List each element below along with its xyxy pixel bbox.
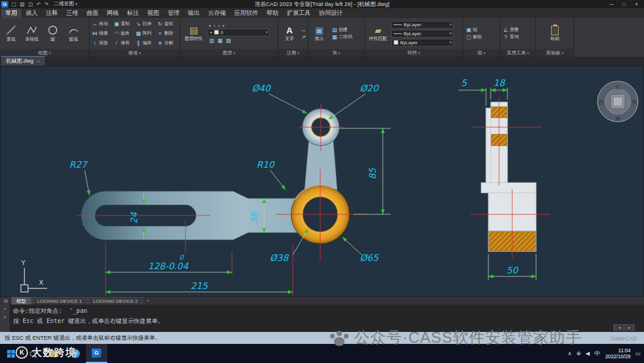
taskbar-file-explorer-button[interactable] [43,344,64,363]
tab-3d[interactable]: 三维 [62,8,82,18]
modify-copy-button[interactable]: ▣复制 [113,19,135,29]
dimension-icon[interactable]: ↔ [301,27,306,33]
modify-fillet-button[interactable]: ◠圆角 [113,29,135,38]
offset-icon: ∥ [135,40,141,46]
circle-button[interactable]: 圆 [43,19,63,48]
document-tab-close-icon[interactable]: × [37,59,40,64]
clipboard-panel-label[interactable]: 剪贴板 [536,49,574,57]
lineweight-control-dropdown[interactable]: ByLayer [391,39,453,47]
workspace-switcher[interactable]: 二维草图 [51,1,79,8]
command-scrollbar[interactable]: ◂▸ [614,324,634,331]
layout-add-tab-button[interactable]: + [144,297,153,304]
tray-volume-icon[interactable]: ◀ [586,350,590,356]
command-tools-icon[interactable]: ≡ [4,315,7,320]
taskbar-cad-app-button[interactable]: G [86,344,107,363]
modify-offset-button[interactable]: ∥偏移 [134,38,156,48]
modify-mirror-button[interactable]: ⋈镜像 [91,29,113,38]
arc-button[interactable]: 圆弧 [64,19,83,48]
block-panel-label[interactable]: 块 [308,49,364,57]
insert-block-button[interactable]: ▣ 插入 [309,19,329,48]
ribbon-group-modify: ↔移动 ▣复制 ↘拉伸 ↻旋转 ⋈镜像 ◠圆角 ▦阵列 ×删除 ↕缩放 ∕修剪 … [89,18,180,57]
tab-view[interactable]: 视图 [143,8,163,18]
tray-notification-icon[interactable]: ▭ [635,350,640,356]
tab-help[interactable]: 帮助 [262,8,283,18]
document-tab[interactable]: 机械图.dwg × [1,56,45,66]
line-button[interactable]: 直线 [1,19,21,48]
tray-network-icon[interactable]: ⊕ [576,350,581,356]
properties-panel-label[interactable]: 特性 [365,49,463,57]
tab-express[interactable]: 扩展工具 [283,8,315,18]
measure-button[interactable]: ∠测量 [501,27,519,33]
match-properties-button[interactable]: ▰ 特性匹配 [366,19,390,48]
paste-button[interactable]: 粘贴 [545,19,565,48]
layout-tab-locking-device-2[interactable]: LOCKING DEVICE 2 [88,297,143,304]
tab-output[interactable]: 输出 [184,8,204,18]
tab-apps[interactable]: 应用软件 [230,8,262,18]
tab-cloud[interactable]: 云存储 [204,8,230,18]
close-button[interactable]: × [630,0,643,8]
leader-icon[interactable]: ↗ [301,34,306,40]
layout-tab-model[interactable]: 模型 [11,297,32,304]
tab-insert[interactable]: 插入 [21,8,42,18]
tray-ime-indicator[interactable]: 中 [595,349,600,358]
taskbar-search-button[interactable] [21,344,43,363]
tab-mesh[interactable]: 网格 [103,8,123,18]
modify-array-button[interactable]: ▦阵列 [134,29,156,38]
modify-erase-button[interactable]: ×删除 [156,29,178,38]
tray-clock[interactable]: 11:04 2022/10/28 [605,347,631,359]
tab-collab[interactable]: 协同设计 [315,8,347,18]
layers-panel-label[interactable]: 图层 [180,49,278,57]
tray-expand-icon[interactable]: ∧ [568,350,572,356]
qrcode-button[interactable]: ▦二维码 [330,34,352,40]
status-bar: 按 ESC 或 ENTER 键退出，或者单击鼠标右键显示快捷菜单。 GstarC… [0,332,644,344]
command-close-icon[interactable]: × [4,307,7,312]
layer-properties-button[interactable]: ▤ 图层特性 [181,19,206,48]
tab-dimension[interactable]: 标注 [123,8,143,18]
modify-trim-button[interactable]: ∕修剪 [113,38,135,48]
command-window[interactable]: × ≡ 命令:指定对角点: '_pan 按 Esc 或 Enter 键退出，或单… [0,304,644,332]
layer-extra-tools[interactable]: ▥▦▧ [208,38,270,44]
tab-manage[interactable]: 管理 [163,8,184,18]
layer-state-tools[interactable]: ●●●● [208,24,270,27]
modify-explode-button[interactable]: ∗分解 [156,38,178,48]
modify-scale-button[interactable]: ↕缩放 [91,38,113,48]
tab-surface[interactable]: 曲面 [82,8,103,18]
undo-icon[interactable]: ↶ [36,0,41,8]
tab-home[interactable]: 常用 [1,8,21,18]
windows-taskbar: e G ∧ ⊕ ◀ 中 11:04 2022/10/28 ▭ [0,344,644,363]
layer-dropdown[interactable]: ● 0 [208,29,270,36]
tab-annotate[interactable]: 注释 [42,8,62,18]
color-control-dropdown[interactable]: ByLayer [391,21,453,29]
linetype-control-dropdown[interactable]: ByLayer [391,30,453,38]
modify-rotate-button[interactable]: ↻旋转 [156,19,178,29]
create-block-button[interactable]: ▤创建 [330,27,352,33]
ungroup-button[interactable]: ▢解组 [465,34,482,40]
view-compass[interactable]: 北 南 西 东 [596,79,640,124]
minimize-button[interactable]: ─ [605,0,618,8]
layout-menu-icon[interactable]: ▤ [1,297,11,304]
scroll-left-icon[interactable]: ◂ [614,325,624,330]
taskbar-edge-button[interactable]: e [64,344,86,363]
document-tab-label: 机械图.dwg [6,57,33,65]
annotate-panel-label[interactable]: 注释 [278,49,308,57]
new-file-icon[interactable]: ▢ [11,0,17,8]
scroll-right-icon[interactable]: ▸ [624,325,634,330]
group-panel-label[interactable]: 组 [463,49,500,57]
save-icon[interactable]: ◫ [27,0,33,8]
group-button[interactable]: ▣组 [465,27,482,33]
restore-button[interactable]: □ [618,0,630,8]
text-button[interactable]: A 文字 [280,19,299,48]
redo-icon[interactable]: ↷ [44,0,49,8]
modify-stretch-button[interactable]: ↘拉伸 [134,19,156,29]
start-button[interactable] [0,344,21,363]
tray-date: 2022/10/28 [605,353,631,359]
open-file-icon[interactable]: ▤ [19,0,25,8]
clipboard-icon [551,26,559,35]
drawing-canvas[interactable]: Ø40 Ø20 R27 R10 85 24 38 0 128-0.04 215 … [0,66,644,297]
polyline-button[interactable]: 多段线 [22,19,42,48]
modify-panel-label[interactable]: 修改 [89,49,179,57]
inquiry-button[interactable]: ?查询 [501,34,519,40]
layout-tab-locking-device-1[interactable]: LOCKING DEVICE 1 [32,297,88,304]
modify-move-button[interactable]: ↔移动 [91,19,113,29]
utilities-panel-label[interactable]: 实用工具 [500,49,535,57]
